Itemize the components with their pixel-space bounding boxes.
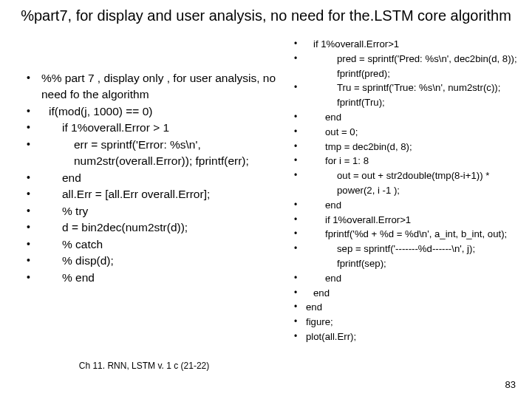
list-item: err = sprintf('Error: %s\n', num2str(ove… xyxy=(21,137,283,170)
right-column: if 1%overall.Error>1 pred = sprintf('Pre… xyxy=(290,37,519,344)
list-item: tmp = dec2bin(d, 8); xyxy=(290,140,519,154)
left-column: %% part 7 , display only , for user anal… xyxy=(21,70,283,286)
list-item: if 1%overall.Error>1 xyxy=(290,213,519,228)
list-item: pred = sprintf('Pred: %s\n', dec2bin(d, … xyxy=(290,52,519,81)
list-item: % catch xyxy=(21,236,283,253)
slide-title: %part7, for display and user analysis, n… xyxy=(0,7,532,24)
list-item: % try xyxy=(21,203,283,219)
list-item: out = out + str2double(tmp(8-i+1)) * pow… xyxy=(290,168,519,198)
list-item: out = 0; xyxy=(290,125,519,140)
list-item: plot(all.Err); xyxy=(290,330,519,344)
list-item: % disp(d); xyxy=(21,253,283,269)
list-item: % end xyxy=(21,270,283,286)
list-item: end xyxy=(290,271,519,286)
right-list: if 1%overall.Error>1 pred = sprintf('Pre… xyxy=(290,37,519,344)
list-item: end xyxy=(290,300,519,315)
list-item: if(mod(j, 1000) == 0) xyxy=(21,103,283,120)
list-item: end xyxy=(290,110,519,125)
list-item: end xyxy=(21,170,283,186)
page-number: 83 xyxy=(505,379,516,390)
list-item: end xyxy=(290,286,519,301)
slide-footer: Ch 11. RNN, LSTM v. 1 c (21-22) xyxy=(0,361,288,371)
list-item: figure; xyxy=(290,315,519,330)
list-item: for i = 1: 8 xyxy=(290,154,519,168)
list-item: if 1%overall.Error > 1 xyxy=(21,120,283,136)
list-item: all.Err = [all.Err overall.Error]; xyxy=(21,186,283,202)
left-list: %% part 7 , display only , for user anal… xyxy=(21,70,283,286)
list-item: d = bin2dec(num2str(d)); xyxy=(21,219,283,236)
list-item: Tru = sprintf('True: %s\n', num2str(c));… xyxy=(290,81,519,110)
list-item: if 1%overall.Error>1 xyxy=(290,37,519,52)
list-item: fprintf('%d + %d = %d\n', a_int, b_int, … xyxy=(290,227,519,242)
list-item: %% part 7 , display only , for user anal… xyxy=(21,70,283,103)
list-item: end xyxy=(290,198,519,213)
list-item: sep = sprintf('-------%d------\n', j); f… xyxy=(290,242,519,271)
